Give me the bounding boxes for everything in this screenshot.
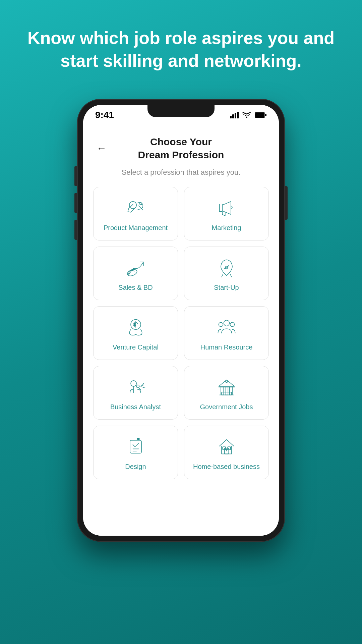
profession-label-venture-capital: Venture Capital bbox=[113, 343, 159, 352]
subtitle: Select a profession that aspires you. bbox=[93, 168, 269, 177]
svg-point-25 bbox=[137, 438, 139, 440]
profession-card-venture-capital[interactable]: $ Venture Capital bbox=[93, 306, 178, 360]
profession-card-marketing[interactable]: Marketing bbox=[184, 187, 269, 240]
profession-icon-government-jobs bbox=[216, 376, 237, 398]
app-header: ← Choose Your Dream Profession bbox=[93, 132, 269, 168]
profession-label-sales-bd: Sales & BD bbox=[118, 283, 153, 292]
profession-icon-sales-bd bbox=[125, 257, 146, 278]
profession-card-product-management[interactable]: Product Management bbox=[93, 187, 178, 240]
svg-point-10 bbox=[126, 268, 138, 277]
profession-card-sales-bd[interactable]: Sales & BD bbox=[93, 247, 178, 300]
status-icons bbox=[230, 112, 267, 118]
svg-point-16 bbox=[230, 322, 234, 327]
svg-rect-21 bbox=[229, 387, 232, 395]
svg-point-8 bbox=[129, 202, 136, 209]
profession-label-design: Design bbox=[125, 462, 146, 471]
profession-icon-human-resource bbox=[216, 317, 237, 338]
svg-rect-6 bbox=[255, 113, 264, 117]
phone-screen: 9:41 bbox=[83, 105, 279, 536]
profession-label-human-resource: Human Resource bbox=[200, 343, 253, 352]
profession-label-government-jobs: Government Jobs bbox=[200, 402, 253, 411]
svg-rect-3 bbox=[237, 112, 239, 118]
profession-card-business-analyst[interactable]: Business Analyst bbox=[93, 366, 178, 420]
profession-icon-design bbox=[125, 436, 146, 458]
profession-card-home-based[interactable]: Home-based business bbox=[184, 426, 269, 479]
svg-point-11 bbox=[225, 266, 228, 269]
profession-icon-marketing bbox=[216, 197, 237, 219]
signal-icon bbox=[230, 112, 239, 118]
svg-rect-23 bbox=[222, 392, 232, 395]
screen-title: Choose Your Dream Profession bbox=[110, 135, 269, 161]
svg-rect-2 bbox=[235, 113, 236, 118]
back-button[interactable]: ← bbox=[93, 140, 110, 157]
svg-point-15 bbox=[219, 322, 223, 327]
phone-frame: 9:41 bbox=[77, 99, 285, 542]
profession-card-design[interactable]: Design bbox=[93, 426, 178, 479]
svg-rect-1 bbox=[232, 114, 234, 118]
profession-icon-business-analyst bbox=[125, 376, 146, 398]
status-bar: 9:41 bbox=[83, 105, 279, 125]
profession-label-home-based: Home-based business bbox=[193, 462, 260, 471]
profession-label-start-up: Start-Up bbox=[214, 283, 239, 292]
profession-icon-venture-capital: $ bbox=[125, 317, 146, 338]
notch bbox=[147, 105, 215, 117]
profession-label-marketing: Marketing bbox=[212, 223, 241, 232]
profession-card-start-up[interactable]: Start-Up bbox=[184, 247, 269, 300]
svg-rect-20 bbox=[225, 387, 228, 395]
wifi-icon bbox=[242, 112, 251, 118]
app-content: ← Choose Your Dream Profession Select a … bbox=[83, 125, 279, 536]
status-time: 9:41 bbox=[95, 110, 114, 120]
profession-card-human-resource[interactable]: Human Resource bbox=[184, 306, 269, 360]
page-header: Know which job role aspires you and star… bbox=[0, 0, 362, 86]
profession-icon-home-based bbox=[216, 436, 237, 458]
svg-point-4 bbox=[246, 117, 247, 118]
battery-icon bbox=[255, 112, 267, 118]
svg-text:$: $ bbox=[133, 323, 135, 327]
profession-card-government-jobs[interactable]: Government Jobs bbox=[184, 366, 269, 420]
svg-rect-19 bbox=[221, 387, 224, 395]
svg-rect-0 bbox=[230, 116, 232, 118]
back-arrow-icon: ← bbox=[97, 143, 107, 154]
svg-point-18 bbox=[136, 385, 139, 388]
profession-grid: Product Management Marketing Sales & BD … bbox=[93, 187, 269, 479]
svg-point-22 bbox=[225, 380, 227, 382]
svg-point-17 bbox=[131, 381, 136, 386]
svg-point-14 bbox=[224, 320, 229, 326]
svg-rect-7 bbox=[265, 114, 266, 116]
profession-icon-start-up bbox=[216, 257, 237, 278]
profession-label-product-management: Product Management bbox=[104, 223, 168, 232]
profession-label-business-analyst: Business Analyst bbox=[110, 402, 161, 411]
page-header-text: Know which job role aspires you and star… bbox=[27, 27, 335, 72]
phone-wrapper: 9:41 bbox=[77, 99, 285, 542]
profession-icon-product-management bbox=[125, 197, 146, 219]
